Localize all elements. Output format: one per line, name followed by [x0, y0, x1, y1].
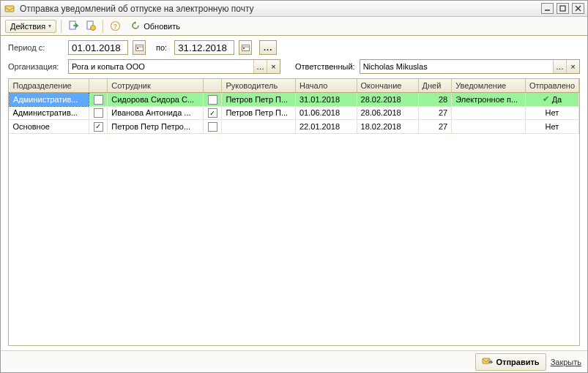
cell-chk2[interactable]: [204, 93, 222, 107]
org-combo[interactable]: … ×: [68, 59, 280, 74]
close-link[interactable]: Закрыть: [551, 358, 581, 366]
actions-label: Действия: [10, 22, 45, 31]
org-label: Организация:: [8, 62, 64, 71]
period-to-input[interactable]: [174, 40, 234, 55]
checkbox[interactable]: [208, 108, 217, 118]
calendar-icon[interactable]: [239, 40, 252, 55]
col-chk2[interactable]: [204, 79, 222, 93]
cell-employee[interactable]: Петров Петр Петро...: [108, 120, 204, 134]
toolbar: Действия ▾ ? Обновить: [1, 17, 587, 36]
cell-sent[interactable]: Нет: [525, 106, 578, 120]
cell-manager[interactable]: Петров Петр П...: [222, 106, 296, 120]
run-report-icon[interactable]: [66, 19, 81, 34]
cell-dept[interactable]: Основное: [10, 120, 89, 134]
checkbox[interactable]: [208, 122, 217, 132]
cell-chk1[interactable]: [89, 106, 108, 120]
svg-rect-15: [243, 48, 245, 49]
settings-report-icon[interactable]: [83, 19, 98, 34]
svg-point-7: [90, 26, 95, 31]
table-row[interactable]: Административ...Сидорова Сидора С...Петр…: [10, 93, 579, 107]
col-end[interactable]: Окончание: [357, 79, 418, 93]
checkbox[interactable]: [208, 95, 217, 105]
responsible-clear-button[interactable]: ×: [566, 60, 579, 73]
responsible-input[interactable]: [360, 60, 553, 73]
col-days[interactable]: Дней: [418, 79, 452, 93]
cell-chk2[interactable]: [204, 120, 222, 134]
cell-notif[interactable]: Электронное п...: [452, 93, 526, 107]
cell-dept[interactable]: Административ...: [10, 93, 89, 107]
cell-days[interactable]: 28: [418, 93, 452, 107]
toolbar-separator: [103, 20, 103, 33]
send-label: Отправить: [496, 358, 540, 366]
filter-area: Период с: по: ... Организация: … × Ответ…: [1, 36, 587, 78]
period-picker-button[interactable]: ...: [259, 40, 277, 55]
table-row[interactable]: Административ...Иванова Антонида ...Петр…: [10, 106, 579, 120]
org-row: Организация: … × Ответственный: … ×: [8, 59, 580, 74]
org-clear-button[interactable]: ×: [267, 60, 280, 73]
minimize-button[interactable]: [541, 3, 554, 14]
maximize-button[interactable]: [557, 3, 569, 14]
responsible-label: Ответственный:: [295, 62, 355, 71]
grid-empty-area[interactable]: [9, 134, 579, 345]
titlebar: Отправка уведомлений об отпуске на элект…: [1, 1, 587, 17]
cell-chk2[interactable]: [204, 106, 222, 120]
org-select-button[interactable]: …: [253, 60, 267, 73]
actions-menu-button[interactable]: Действия ▾: [5, 20, 56, 33]
svg-rect-12: [137, 48, 138, 49]
svg-rect-2: [560, 6, 565, 11]
footer: Отправить Закрыть: [1, 350, 587, 372]
cell-employee[interactable]: Сидорова Сидора С...: [108, 93, 204, 107]
cell-employee[interactable]: Иванова Антонида ...: [108, 106, 204, 120]
cell-start[interactable]: 01.06.2018: [295, 106, 357, 120]
close-button[interactable]: [572, 3, 584, 14]
cell-start[interactable]: 22.01.2018: [295, 120, 357, 134]
cell-manager[interactable]: Петров Петр П...: [222, 93, 296, 107]
cell-manager[interactable]: [222, 120, 296, 134]
cell-notif[interactable]: [452, 106, 526, 120]
grid[interactable]: Подразделение Сотрудник Руководитель Нач…: [9, 79, 579, 134]
org-input[interactable]: [69, 60, 253, 73]
cell-sent[interactable]: Нет: [525, 120, 578, 134]
checkbox[interactable]: [94, 108, 103, 118]
cell-dept[interactable]: Административ...: [10, 106, 89, 120]
cell-sent[interactable]: ✔Да: [525, 93, 578, 107]
main-area: Подразделение Сотрудник Руководитель Нач…: [1, 78, 587, 350]
period-from-input[interactable]: [68, 40, 128, 55]
help-icon[interactable]: ?: [108, 19, 122, 34]
col-manager[interactable]: Руководитель: [222, 79, 296, 93]
cell-days[interactable]: 27: [418, 106, 452, 120]
cell-end[interactable]: 18.02.2018: [357, 120, 418, 134]
sent-text: Да: [552, 95, 562, 104]
responsible-select-button[interactable]: …: [553, 60, 566, 73]
responsible-combo[interactable]: … ×: [360, 59, 580, 74]
period-row: Период с: по: ...: [8, 40, 580, 55]
window-title: Отправка уведомлений об отпуске на элект…: [20, 4, 541, 14]
cell-chk1[interactable]: [89, 93, 108, 107]
table-row[interactable]: ОсновноеПетров Петр Петро...22.01.201818…: [10, 120, 579, 134]
col-start[interactable]: Начало: [295, 79, 357, 93]
col-chk1[interactable]: [89, 79, 108, 93]
send-button[interactable]: Отправить: [475, 353, 546, 371]
col-notif[interactable]: Уведомление: [452, 79, 526, 93]
checkbox[interactable]: [94, 95, 103, 105]
refresh-button[interactable]: Обновить: [125, 18, 185, 34]
cell-end[interactable]: 28.06.2018: [357, 106, 418, 120]
check-icon: ✔: [543, 94, 549, 104]
col-sent[interactable]: Отправлено: [525, 79, 578, 93]
calendar-icon[interactable]: [133, 40, 146, 55]
cell-end[interactable]: 28.02.2018: [357, 93, 418, 107]
svg-line-3: [576, 6, 581, 11]
svg-rect-16: [483, 358, 490, 363]
col-employee[interactable]: Сотрудник: [108, 79, 204, 93]
cell-chk1[interactable]: [89, 120, 108, 134]
checkbox[interactable]: [94, 122, 103, 132]
period-from-label: Период с:: [8, 43, 64, 52]
sent-text: Нет: [546, 108, 559, 117]
col-dept[interactable]: Подразделение: [10, 79, 89, 93]
cell-notif[interactable]: [452, 120, 526, 134]
cell-days[interactable]: 27: [418, 120, 452, 134]
cell-start[interactable]: 31.01.2018: [295, 93, 357, 107]
svg-rect-0: [5, 6, 14, 12]
send-icon: [482, 356, 493, 368]
chevron-down-icon: ▾: [48, 23, 51, 29]
